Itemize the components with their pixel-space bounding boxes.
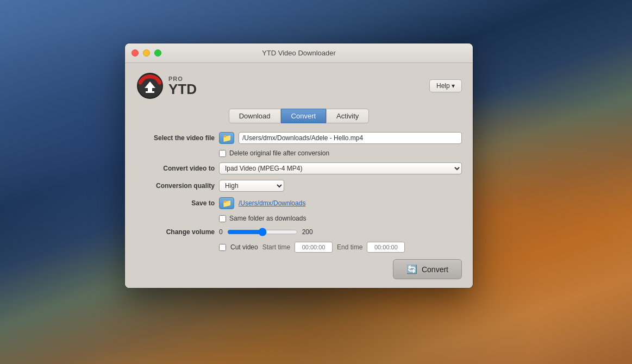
delete-original-row: Delete original file after conversion	[219, 149, 462, 157]
delete-original-label: Delete original file after conversion	[229, 149, 329, 157]
file-input-area: 📁	[219, 132, 462, 144]
end-time-label: End time	[337, 243, 362, 251]
save-to-folder-button[interactable]: 📁	[219, 197, 234, 209]
browse-folder-button[interactable]: 📁	[219, 132, 234, 144]
start-time-label: Start time	[262, 243, 290, 251]
convert-video-to-label: Convert video to	[136, 165, 215, 172]
logo-area: PRO YTD	[136, 72, 197, 100]
convert-video-to-select[interactable]: Ipad Video (MPEG-4 MP4)	[219, 162, 462, 174]
file-path-input[interactable]	[239, 132, 462, 144]
save-to-row: Save to 📁 /Users/dmx/Downloads	[136, 197, 462, 209]
form-area: Select the video file 📁 Delete original …	[136, 132, 462, 254]
maximize-button[interactable]	[154, 49, 161, 57]
select-video-row: Select the video file 📁	[136, 132, 462, 144]
end-time-input[interactable]	[367, 242, 405, 253]
select-video-label: Select the video file	[136, 134, 215, 142]
save-to-area: 📁 /Users/dmx/Downloads	[219, 197, 305, 209]
convert-button[interactable]: 🔄 Convert	[393, 259, 462, 279]
logo-text: PRO YTD	[168, 76, 197, 96]
volume-max-label: 200	[302, 228, 313, 236]
tab-bar: Download Convert Activity	[136, 109, 462, 123]
convert-icon: 🔄	[406, 264, 417, 274]
start-time-input[interactable]	[295, 242, 333, 253]
convert-button-label: Convert	[422, 265, 448, 274]
tab-convert[interactable]: Convert	[281, 109, 327, 123]
minimize-button[interactable]	[143, 49, 150, 57]
same-folder-row: Same folder as downloads	[219, 215, 462, 222]
same-folder-label: Same folder as downloads	[229, 215, 306, 222]
save-to-path[interactable]: /Users/dmx/Downloads	[239, 199, 305, 207]
application-window: YTD Video Downloader PRO YTD	[125, 43, 473, 288]
conversion-quality-row: Conversion quality High	[136, 180, 462, 192]
top-bar: PRO YTD Help ▾	[136, 72, 462, 100]
svg-rect-4	[146, 91, 154, 93]
tab-download[interactable]: Download	[229, 109, 281, 123]
window-content: PRO YTD Help ▾ Download Convert Activity…	[125, 63, 473, 288]
help-button[interactable]: Help ▾	[429, 79, 462, 92]
close-button[interactable]	[132, 49, 139, 57]
window-title: YTD Video Downloader	[262, 49, 336, 57]
convert-button-row: 🔄 Convert	[136, 254, 462, 279]
volume-slider[interactable]	[227, 228, 298, 236]
convert-video-to-row: Convert video to Ipad Video (MPEG-4 MP4)	[136, 162, 462, 174]
tab-activity[interactable]: Activity	[326, 109, 369, 123]
save-to-label: Save to	[136, 199, 215, 207]
change-volume-row: Change volume 0 200	[136, 228, 462, 236]
volume-controls: 0 200	[219, 228, 313, 236]
conversion-quality-select[interactable]: High	[219, 180, 284, 192]
cut-video-row: Cut video Start time End time	[219, 242, 462, 253]
change-volume-label: Change volume	[136, 228, 215, 236]
volume-min-label: 0	[219, 228, 223, 236]
delete-original-checkbox[interactable]	[219, 150, 226, 157]
titlebar: YTD Video Downloader	[125, 43, 473, 63]
logo-ytd-label: YTD	[168, 82, 197, 96]
svg-rect-3	[148, 88, 152, 91]
traffic-lights	[132, 49, 161, 57]
cut-video-checkbox[interactable]	[219, 244, 226, 251]
save-folder-icon: 📁	[222, 199, 231, 208]
ytd-logo-icon	[136, 72, 164, 100]
cut-video-label: Cut video	[230, 243, 258, 251]
same-folder-checkbox[interactable]	[219, 215, 226, 222]
conversion-quality-label: Conversion quality	[136, 182, 215, 190]
folder-icon: 📁	[222, 134, 231, 142]
